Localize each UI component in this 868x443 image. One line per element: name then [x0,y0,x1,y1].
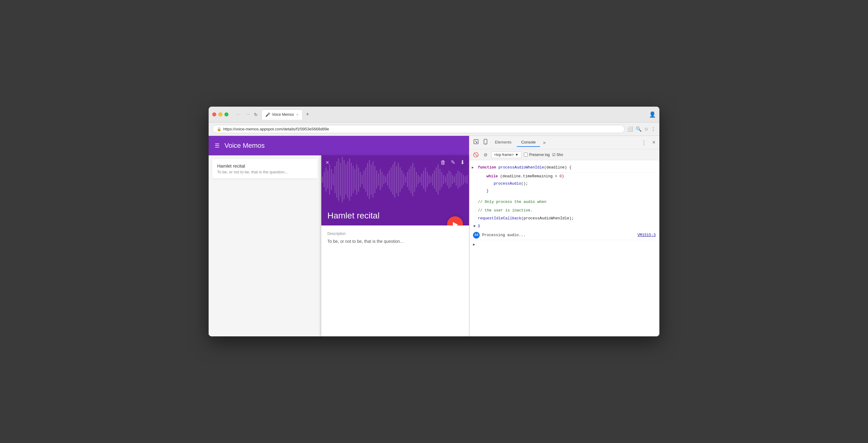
devtools-more-tabs[interactable]: » [541,139,548,147]
main-content: ☰ Voice Memos Hamlet recital To be, or n… [209,136,659,336]
request-idle-call: requestIdleCallback [478,216,521,220]
detail-header: × 🗑 ✎ ⬇ [321,155,469,226]
svg-rect-41 [396,166,397,193]
inspect-element-button[interactable] [472,138,480,147]
svg-rect-72 [452,175,453,184]
svg-rect-32 [380,169,381,190]
keyword-function: function [478,166,499,170]
minimize-button[interactable] [218,112,222,116]
address-bar: 🔒 https://voice-memos.appspot.com/detail… [209,122,659,136]
search-icon[interactable]: 🔍 [636,126,642,132]
svg-rect-29 [374,166,375,193]
expand-arrow-icon[interactable]: ▶ [472,165,474,171]
memo-title: Hamlet recital [217,163,313,169]
menu-icon[interactable]: ⋮ [651,126,656,132]
hamburger-menu-icon[interactable]: ☰ [215,142,220,149]
forward-button[interactable]: → [244,111,252,118]
svg-rect-80 [467,175,467,184]
code-close-while: } [469,187,659,195]
svg-rect-45 [403,173,404,185]
close-button[interactable] [212,112,216,116]
svg-rect-26 [369,160,370,199]
svg-rect-20 [358,168,359,191]
svg-rect-1 [324,172,325,187]
app-header: ☰ Voice Memos [209,136,469,155]
refresh-button[interactable]: ↻ [253,111,259,118]
svg-rect-75 [458,170,458,188]
devtools-tab-elements[interactable]: Elements [491,138,516,147]
svg-rect-27 [371,165,372,195]
clear-console-button[interactable]: 🚫 [472,151,480,158]
vm-location-link[interactable]: VM1515:3 [638,232,656,238]
svg-rect-47 [407,172,408,187]
description-text: To be, or not to be, that is the questio… [328,239,463,244]
request-idle-arg: (processAudioWhenIdle); [521,216,574,220]
preserve-log-checkbox[interactable] [524,153,528,157]
url-input[interactable]: 🔒 https://voice-memos.appspot.com/detail… [212,125,625,133]
filter-button[interactable]: ⊘ [483,151,489,158]
nav-buttons: ← → ↻ [235,111,259,118]
back-button[interactable]: ← [235,111,242,118]
svg-rect-31 [378,173,379,185]
comment-line-1: // Only process the audio when [469,198,659,206]
mobile-toggle-button[interactable] [482,138,490,147]
svg-rect-66 [441,172,442,187]
new-tab-button[interactable]: + [304,111,311,118]
brace-close: } [486,189,489,193]
svg-rect-44 [401,170,402,188]
detail-panel: × 🗑 ✎ ⬇ [321,155,469,336]
svg-rect-34 [383,175,384,184]
bookmark-icon[interactable]: ☆ [644,126,648,132]
active-tab[interactable]: 🎤 Voice Memos × [261,109,303,120]
svg-rect-62 [434,170,435,188]
svg-rect-17 [353,166,353,193]
function-name: processAudioWhenIdle [499,166,544,170]
devtools-tab-console[interactable]: Console [517,138,540,147]
svg-rect-30 [376,170,377,188]
screenshot-icon[interactable]: ⬜ [627,126,633,132]
svg-rect-36 [387,173,388,185]
maximize-button[interactable] [224,112,228,116]
svg-rect-77 [461,173,462,185]
svg-rect-56 [423,170,424,188]
secure-lock-icon: 🔒 [217,127,221,131]
traffic-lights [212,112,228,116]
svg-rect-12 [344,160,344,199]
address-actions: ⬜ 🔍 ☆ ⋮ [627,126,656,132]
devtools-settings-button[interactable]: ⋮ [640,139,648,147]
svg-rect-16 [351,163,352,196]
user-profile-icon[interactable]: 👤 [649,111,656,118]
svg-line-82 [475,141,477,143]
url-text: https://voice-memos.appspot.com/details/… [223,127,329,131]
tab-title: Voice Memos [272,112,294,117]
play-icon: ▶ [453,220,458,226]
count-badge: 24 [473,232,480,239]
svg-rect-25 [367,163,368,196]
svg-rect-69 [447,173,448,185]
svg-point-86 [485,143,486,144]
prompt-arrow-icon: ▶ [473,242,475,248]
svg-rect-64 [438,165,439,195]
svg-rect-54 [420,176,421,182]
console-prompt: ▶ [469,240,659,249]
svg-rect-68 [445,176,446,182]
svg-rect-79 [465,176,466,182]
code-while: while (deadline.timeRemaining > 0) [469,173,659,180]
svg-rect-70 [448,170,450,188]
svg-rect-11 [342,157,343,202]
memo-list-item[interactable]: Hamlet recital To be, or not to be, that… [212,159,318,179]
svg-rect-65 [439,169,440,190]
svg-rect-58 [427,172,428,187]
preserve-log-checkbox-label[interactable]: Preserve log [524,153,550,157]
devtools-close-button[interactable]: × [651,139,657,146]
svg-rect-3 [328,170,328,188]
svg-rect-71 [451,172,452,187]
process-audio-call: processAudio [494,182,521,186]
top-frame-selector[interactable]: <top frame> ▼ [491,151,521,158]
svg-rect-5 [331,169,332,190]
code-spacer [469,195,659,198]
svg-rect-15 [349,158,350,201]
tab-close-button[interactable]: × [296,113,299,116]
svg-rect-4 [329,165,330,195]
svg-rect-23 [364,170,365,188]
